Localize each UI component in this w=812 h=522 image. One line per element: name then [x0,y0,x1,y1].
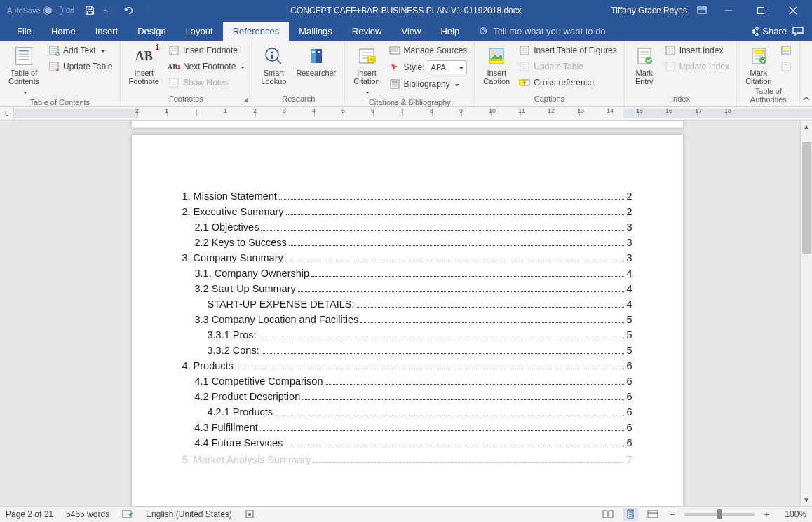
toc-entry[interactable]: 3.3.1 Pros:5 [182,329,632,341]
print-layout-button[interactable] [623,508,638,521]
cross-reference-button[interactable]: Cross-reference [517,76,618,90]
toc-entry-title: 4.2.1 Products [208,406,273,418]
toc-entry[interactable]: 4.3 Fulfillment6 [182,422,632,433]
share-button[interactable]: Share [750,26,787,36]
user-name[interactable]: Tiffany Grace Reyes [611,6,687,15]
menu-tab-home[interactable]: Home [41,22,86,41]
show-notes-button: Show Notes [166,76,246,90]
language-indicator[interactable]: English (United States) [146,509,232,519]
menu-tab-design[interactable]: Design [128,22,175,41]
toc-entry[interactable]: 4.4 Future Services6 [182,437,632,448]
table-of-contents-label: Table of Contents [8,69,39,85]
vertical-scrollbar[interactable]: ▲ ▼ [800,121,812,506]
table-of-contents-button[interactable]: Table of Contents [6,43,42,98]
toc-entry-title: 3.1. Company Ownership [195,268,310,279]
toc-entry[interactable]: 4.1 Competitive Comparison6 [182,376,632,387]
qat-customize-icon[interactable] [143,5,154,16]
autosave-toggle[interactable]: AutoSave Off [7,6,74,15]
menu-tab-file[interactable]: File [7,22,41,41]
toc-entry[interactable]: 3.1. Company Ownership4 [182,268,632,279]
toc-entry[interactable]: 4.2 Product Description6 [182,391,632,402]
toc-entry[interactable]: 1. Mission Statement2 [182,191,632,202]
toc-entry[interactable]: 3.3 Company Location and Facilities5 [182,314,632,325]
zoom-in-button[interactable]: + [762,509,771,520]
menu-tab-layout[interactable]: Layout [176,22,223,41]
undo-icon[interactable] [104,5,115,16]
dialog-launcher-icon[interactable]: ◢ [241,95,250,104]
smart-lookup-label: Smart Lookup [261,69,286,85]
toc-entry[interactable]: 2.1 Objectives3 [182,221,632,233]
scroll-up-icon[interactable]: ▲ [801,121,812,132]
mark-entry-button[interactable]: Mark Entry [630,43,658,87]
maximize-button[interactable] [745,0,777,21]
toc-entry-page: 4 [626,283,632,294]
toc-entry[interactable]: 3.2 Start-Up Summary4 [182,283,632,294]
zoom-slider[interactable] [684,513,755,516]
menu-tab-review[interactable]: Review [342,22,392,41]
read-mode-button[interactable] [600,508,616,521]
group-label: Index [630,95,731,104]
ruler-corner[interactable]: L [0,107,14,121]
menu-tab-view[interactable]: View [391,22,431,41]
toc-entry[interactable]: 2.2 Keys to Success3 [182,237,632,248]
macro-icon[interactable] [245,509,255,519]
smart-lookup-button[interactable]: Smart Lookup [258,43,289,87]
toc-entry[interactable]: 4. Products6 [182,360,632,371]
toc-entry[interactable]: 3.3.2 Cons:5 [182,345,632,356]
researcher-button[interactable]: Researcher [293,43,339,78]
svg-point-3 [482,29,485,32]
spellcheck-icon[interactable] [122,509,133,519]
minimize-button[interactable] [712,0,745,21]
ribbon-display-icon[interactable] [697,6,707,15]
zoom-thumb[interactable] [717,509,722,519]
style-icon [388,61,401,74]
insert-table-of-figures-button[interactable]: Insert Table of Figures [517,43,618,57]
next-footnote-button[interactable]: AB1 Next Footnote [166,60,246,74]
insert-index-button[interactable]: Insert Index [663,43,731,57]
web-layout-button[interactable] [645,508,661,521]
zoom-level[interactable]: 100% [778,509,806,519]
toc-entry[interactable]: 3. Company Summary3 [182,252,632,263]
toc-leader-dots [286,214,625,215]
insert-caption-button[interactable]: Insert Caption [480,43,513,87]
zoom-out-button[interactable]: − [668,509,677,520]
insert-endnote-button[interactable]: i Insert Endnote [166,43,246,57]
word-count[interactable]: 5455 words [66,509,109,519]
horizontal-ruler[interactable]: 21123456789101112131415161718 [14,107,812,121]
menu-tab-help[interactable]: Help [431,22,469,41]
group-citations: Insert Citation Manage Sources Style: AP… [345,41,475,106]
page-indicator[interactable]: Page 2 of 21 [6,509,53,519]
comments-icon[interactable] [792,27,804,36]
tell-me-search[interactable]: Tell me what you want to do [479,26,605,41]
toc-entry[interactable]: 2. Executive Summary2 [182,206,632,217]
update-table-button[interactable]: Update Table [46,60,114,74]
toc-entry-title: 3.3.2 Cons: [208,345,259,356]
researcher-label: Researcher [296,69,336,77]
mark-citation-button[interactable]: Mark Citation [743,43,774,87]
menu-tab-insert[interactable]: Insert [86,22,128,41]
scroll-thumb[interactable] [802,142,811,254]
svg-rect-1 [758,8,764,14]
bibliography-button[interactable]: Bibliography [387,77,469,91]
add-text-button[interactable]: Add Text [46,43,114,57]
style-dropdown[interactable]: APA [428,60,467,74]
menu-tab-mailings[interactable]: Mailings [289,22,342,41]
close-button[interactable] [777,0,809,21]
toc-entry-title: 2.1 Objectives [195,221,259,233]
document-viewport[interactable]: 1. Mission Statement22. Executive Summar… [14,121,800,506]
toc-entry[interactable]: START-UP EXPENSE DETAILS:4 [182,298,632,310]
scroll-down-icon[interactable]: ▼ [801,494,812,506]
insert-citation-button[interactable]: Insert Citation [351,43,382,98]
insert-authorities-button[interactable] [778,43,794,57]
menu-tab-references[interactable]: References [223,22,289,41]
share-label: Share [762,26,787,36]
collapse-ribbon-icon[interactable] [802,95,811,103]
redo-icon[interactable] [123,5,135,16]
insert-footnote-button[interactable]: AB1 Insert Footnote [126,43,162,87]
citation-style-selector[interactable]: Style: APA [387,60,469,75]
svg-rect-32 [755,50,763,53]
manage-sources-button[interactable]: Manage Sources [387,43,469,57]
toc-leader-dots [311,276,624,277]
save-icon[interactable] [84,5,95,16]
toc-entry[interactable]: 4.2.1 Products6 [182,406,632,418]
